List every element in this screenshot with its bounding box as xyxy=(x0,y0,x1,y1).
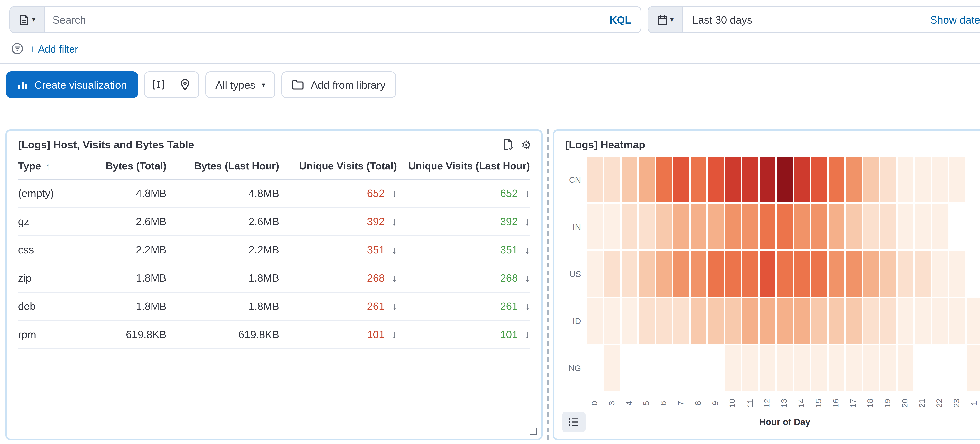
heatmap-cell[interactable] xyxy=(587,298,603,343)
heatmap-cell[interactable] xyxy=(794,298,810,343)
all-types-dropdown[interactable]: All types ▾ xyxy=(205,71,275,98)
heatmap-cell[interactable] xyxy=(725,251,741,297)
heatmap-cell[interactable] xyxy=(829,345,844,391)
heatmap-cell[interactable] xyxy=(794,251,810,297)
column-header[interactable]: Bytes (Last Hour) xyxy=(166,160,279,172)
saved-query-menu-button[interactable]: ▾ xyxy=(10,7,45,32)
heatmap-cell[interactable] xyxy=(605,204,620,249)
heatmap-cell[interactable] xyxy=(622,157,637,202)
heatmap-cell[interactable] xyxy=(743,204,758,249)
heatmap-cell[interactable] xyxy=(915,157,931,202)
heatmap-cell[interactable] xyxy=(673,251,689,297)
heatmap-cell[interactable] xyxy=(743,157,758,202)
heatmap-cell[interactable] xyxy=(622,298,637,343)
column-header[interactable]: Unique Visits (Total) xyxy=(279,160,397,172)
heatmap-cell[interactable] xyxy=(639,157,655,202)
heatmap-cell[interactable] xyxy=(932,204,948,249)
calendar-menu-button[interactable]: ▾ xyxy=(648,7,683,32)
heatmap-cell[interactable] xyxy=(743,298,758,343)
heatmap-cell[interactable] xyxy=(898,204,913,249)
save-to-library-icon[interactable] xyxy=(501,138,513,151)
heatmap-cell[interactable] xyxy=(915,298,931,343)
heatmap-cell[interactable] xyxy=(915,204,931,249)
heatmap-cell[interactable] xyxy=(898,298,913,343)
heatmap-cell[interactable] xyxy=(829,157,844,202)
heatmap-cell[interactable] xyxy=(587,204,603,249)
heatmap-cell[interactable] xyxy=(622,251,637,297)
heatmap-cell[interactable] xyxy=(794,157,810,202)
heatmap-cell[interactable] xyxy=(760,204,775,249)
heatmap-cell[interactable] xyxy=(605,157,620,202)
heatmap-cell[interactable] xyxy=(760,157,775,202)
legend-toggle-button[interactable] xyxy=(562,412,585,432)
heatmap-cell[interactable] xyxy=(777,298,792,343)
heatmap-cell[interactable] xyxy=(725,345,741,391)
heatmap-cell[interactable] xyxy=(898,157,913,202)
time-range-value[interactable]: Last 30 days xyxy=(683,14,752,26)
heatmap-cell[interactable] xyxy=(691,251,706,297)
heatmap-cell[interactable] xyxy=(967,345,980,391)
column-header[interactable]: Bytes (Total) xyxy=(85,160,167,172)
heatmap-cell[interactable] xyxy=(760,345,775,391)
heatmap-cell[interactable] xyxy=(898,345,913,391)
heatmap-cell[interactable] xyxy=(760,298,775,343)
heatmap-cell[interactable] xyxy=(794,204,810,249)
heatmap-cell[interactable] xyxy=(673,157,689,202)
heatmap-cell[interactable] xyxy=(587,251,603,297)
heatmap-cell[interactable] xyxy=(950,298,965,343)
heatmap-cell[interactable] xyxy=(829,251,844,297)
heatmap-cell[interactable] xyxy=(950,251,965,297)
heatmap-cell[interactable] xyxy=(691,204,706,249)
heatmap-cell[interactable] xyxy=(673,204,689,249)
heatmap-cell[interactable] xyxy=(846,345,862,391)
heatmap-cell[interactable] xyxy=(587,157,603,202)
heatmap-cell[interactable] xyxy=(639,204,655,249)
column-header[interactable]: Type↑ xyxy=(18,160,85,172)
heatmap-cell[interactable] xyxy=(656,204,672,249)
heatmap-cell[interactable] xyxy=(708,157,724,202)
heatmap-cell[interactable] xyxy=(915,251,931,297)
heatmap-cell[interactable] xyxy=(708,251,724,297)
heatmap-cell[interactable] xyxy=(760,251,775,297)
heatmap-cell[interactable] xyxy=(708,298,724,343)
heatmap-cell[interactable] xyxy=(777,157,792,202)
heatmap-cell[interactable] xyxy=(605,298,620,343)
heatmap-cell[interactable] xyxy=(829,204,844,249)
column-header[interactable]: Unique Visits (Last Hour) xyxy=(397,160,530,172)
heatmap-cell[interactable] xyxy=(846,157,862,202)
heatmap-cell[interactable] xyxy=(725,157,741,202)
heatmap-cell[interactable] xyxy=(708,204,724,249)
heatmap-cell[interactable] xyxy=(880,345,896,391)
create-map-button[interactable] xyxy=(172,72,198,97)
heatmap-cell[interactable] xyxy=(863,157,879,202)
heatmap-cell[interactable] xyxy=(777,345,792,391)
heatmap-cell[interactable] xyxy=(605,251,620,297)
heatmap-cell[interactable] xyxy=(880,251,896,297)
heatmap-cell[interactable] xyxy=(811,251,827,297)
heatmap-cell[interactable] xyxy=(656,298,672,343)
heatmap-cell[interactable] xyxy=(898,251,913,297)
heatmap-cell[interactable] xyxy=(725,204,741,249)
heatmap-cell[interactable] xyxy=(725,298,741,343)
filter-icon[interactable] xyxy=(11,42,24,55)
heatmap-cell[interactable] xyxy=(846,204,862,249)
heatmap-cell[interactable] xyxy=(743,345,758,391)
heatmap-cell[interactable] xyxy=(639,251,655,297)
heatmap-cell[interactable] xyxy=(656,157,672,202)
heatmap-cell[interactable] xyxy=(656,251,672,297)
heatmap-cell[interactable] xyxy=(846,298,862,343)
show-dates-link[interactable]: Show dates xyxy=(930,14,980,26)
heatmap-cell[interactable] xyxy=(967,298,980,343)
heatmap-cell[interactable] xyxy=(777,251,792,297)
heatmap-cell[interactable] xyxy=(639,298,655,343)
create-visualization-button[interactable]: Create visualization xyxy=(6,71,138,98)
add-filter-link[interactable]: + Add filter xyxy=(30,43,78,54)
heatmap-cell[interactable] xyxy=(863,251,879,297)
panel-separator[interactable] xyxy=(547,129,549,440)
heatmap-cell[interactable] xyxy=(846,251,862,297)
heatmap-cell[interactable] xyxy=(880,157,896,202)
heatmap-cell[interactable] xyxy=(622,204,637,249)
heatmap-cell[interactable] xyxy=(829,298,844,343)
heatmap-cell[interactable] xyxy=(932,157,948,202)
search-input[interactable] xyxy=(45,7,600,32)
